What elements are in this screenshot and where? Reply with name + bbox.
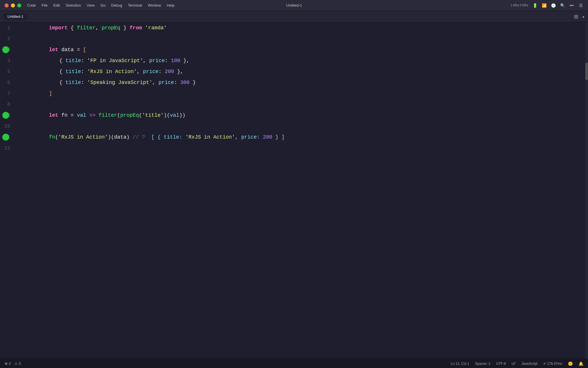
titlebar-left: Code File Edit Selection View Go Debug T…: [5, 3, 175, 7]
bell-icon[interactable]: 🔔: [579, 361, 583, 366]
close-button[interactable]: [5, 3, 9, 7]
file-encoding[interactable]: UTF-8: [496, 362, 506, 366]
eol-type[interactable]: LF: [512, 362, 516, 366]
warning-icon: ⚠: [14, 361, 18, 366]
titlebar: Code File Edit Selection View Go Debug T…: [0, 0, 588, 11]
line-number-4: 4: [0, 55, 17, 66]
error-number: 0: [9, 362, 11, 366]
line-number-8: 8: [0, 99, 17, 110]
indentation[interactable]: Spaces: 2: [475, 362, 490, 366]
list-icon[interactable]: ☰: [578, 3, 583, 8]
cursor-position[interactable]: Ln 12, Col 1: [451, 362, 469, 366]
scrollbar-track[interactable]: [585, 22, 588, 359]
titlebar-right: 1 KB/s 0 KB/s 🔋 📶 🕐 🔍 ••• ☰: [510, 3, 583, 8]
statusbar: ⊗ 0 ⚠ 0 Ln 12, Col 1 Spaces: 2 UTF-8 LF …: [0, 359, 588, 368]
tab-right-actions: ⊞ ●: [574, 14, 585, 20]
wifi-icon: 📶: [541, 3, 547, 8]
menu-selection[interactable]: Selection: [65, 3, 81, 7]
search-icon[interactable]: 🔍: [560, 3, 565, 8]
line-number-12: 12: [0, 143, 17, 154]
line-11: 11 fn('RxJS in Action')(data) // ? [ { t…: [0, 132, 588, 143]
battery-icon: 🔋: [532, 3, 537, 8]
network-speed: 1 KB/s 0 KB/s: [510, 3, 528, 7]
menu-debug[interactable]: Debug: [111, 3, 122, 7]
line-number-7: 7: [0, 88, 17, 99]
window-title: Untitled-1: [286, 3, 302, 7]
editor-container: 1 import { filter, propEq } from 'ramda'…: [0, 22, 588, 359]
line-12: 12: [0, 143, 588, 154]
line-number-1: 1: [0, 22, 17, 33]
file-language[interactable]: JavaScript: [521, 362, 537, 366]
traffic-lights: [5, 3, 21, 7]
line-number-10: 10: [0, 121, 17, 132]
menu-terminal[interactable]: Terminal: [128, 3, 142, 7]
line-number-6: 6: [0, 77, 17, 88]
scrollbar-thumb[interactable]: [585, 63, 588, 80]
maximize-button[interactable]: [17, 3, 21, 7]
line-number-5: 5: [0, 66, 17, 77]
line-1: 1 import { filter, propEq } from 'ramda': [0, 22, 588, 33]
more-icon[interactable]: •••: [569, 3, 574, 8]
clock-icon: 🕐: [551, 3, 556, 8]
perf-indicator: ✔ 178.47ms: [543, 362, 562, 366]
breakpoint-9[interactable]: [2, 112, 9, 119]
breakpoint-11[interactable]: [2, 134, 9, 141]
error-icon: ⊗: [5, 361, 8, 366]
split-editor-icon[interactable]: ⊞: [574, 14, 578, 20]
error-count[interactable]: ⊗ 0 ⚠ 0: [5, 361, 21, 366]
menu-code[interactable]: Code: [27, 3, 36, 7]
code-editor[interactable]: 1 import { filter, propEq } from 'ramda'…: [0, 22, 588, 359]
breakpoint-3[interactable]: [2, 46, 9, 53]
menu-edit[interactable]: Edit: [53, 3, 60, 7]
line-number-2: 2: [0, 33, 17, 44]
line-7: 7 ]: [0, 88, 588, 99]
tab-untitled[interactable]: Untitled-1: [3, 13, 28, 20]
smiley-icon: 🙂: [568, 361, 573, 366]
menu-go[interactable]: Go: [100, 3, 105, 7]
line-9: 9 let fn = val => filter(propEq('title')…: [0, 110, 588, 121]
warning-number: 0: [19, 362, 21, 366]
menu-bar: Code File Edit Selection View Go Debug T…: [27, 3, 175, 7]
tabbar: Untitled-1 ⊞ ●: [0, 11, 588, 22]
tab-label: Untitled-1: [7, 14, 24, 19]
status-right: Ln 12, Col 1 Spaces: 2 UTF-8 LF JavaScri…: [451, 361, 583, 366]
dot-indicator: ●: [582, 14, 585, 19]
menu-window[interactable]: Window: [148, 3, 161, 7]
menu-file[interactable]: File: [42, 3, 48, 7]
minimize-button[interactable]: [11, 3, 15, 7]
menu-help[interactable]: Help: [167, 3, 175, 7]
menu-view[interactable]: View: [87, 3, 95, 7]
status-left: ⊗ 0 ⚠ 0: [5, 361, 21, 366]
